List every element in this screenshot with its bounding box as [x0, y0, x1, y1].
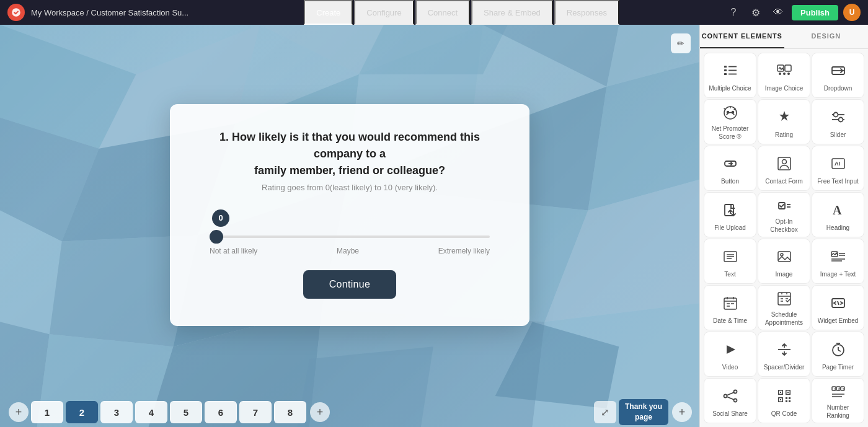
- dropdown-label: Dropdown: [824, 84, 852, 92]
- slider-value-display: 0: [212, 209, 229, 227]
- element-slider[interactable]: Slider: [812, 99, 864, 144]
- tab-connect[interactable]: Connect: [415, 0, 470, 25]
- svg-rect-106: [787, 392, 789, 393]
- element-file-upload[interactable]: File Upload: [704, 192, 756, 237]
- svg-point-42: [732, 112, 733, 113]
- multiple-choice-label: Multiple Choice: [709, 84, 751, 92]
- svg-rect-27: [724, 66, 727, 68]
- page-tab-7[interactable]: 7: [239, 401, 272, 423]
- tab-responses[interactable]: Responses: [554, 0, 619, 25]
- button-label-el: Button: [721, 177, 739, 185]
- page-tab-8[interactable]: 8: [274, 401, 306, 423]
- page-tab-6[interactable]: 6: [205, 401, 237, 423]
- spacer-icon: [773, 338, 795, 360]
- slider-icon: [827, 106, 849, 128]
- element-image-choice[interactable]: Image Choice: [758, 53, 810, 98]
- page-tab-4[interactable]: 4: [135, 401, 167, 423]
- page-tab-3[interactable]: 3: [100, 401, 133, 423]
- page-tab-2[interactable]: 2: [66, 401, 98, 423]
- element-button[interactable]: Button: [704, 146, 756, 191]
- panel-tab-design[interactable]: DESIGN: [784, 25, 869, 48]
- element-text[interactable]: Text: [704, 239, 756, 284]
- svg-line-99: [727, 392, 734, 395]
- page-tab-1[interactable]: 1: [31, 401, 63, 423]
- thank-you-page-tab[interactable]: Thank you page: [619, 399, 668, 425]
- image-choice-icon: [773, 59, 795, 81]
- tab-configure[interactable]: Configure: [354, 0, 414, 25]
- widget-embed-icon: [827, 292, 849, 314]
- video-label: Video: [722, 363, 738, 371]
- file-upload-icon: [719, 199, 742, 221]
- tab-share-embed[interactable]: Share & Embed: [471, 0, 553, 25]
- element-image[interactable]: Image: [758, 239, 810, 284]
- image-icon: [773, 245, 795, 267]
- nps-slider[interactable]: [210, 236, 490, 238]
- add-page-button[interactable]: +: [310, 402, 330, 422]
- app-logo: [7, 4, 25, 21]
- contact-form-icon: [773, 152, 795, 174]
- schedule-label: Schedule Appointments: [761, 310, 807, 327]
- add-page-left-button[interactable]: +: [9, 402, 29, 422]
- element-image-text[interactable]: Image + Text: [812, 239, 864, 284]
- svg-rect-72: [724, 298, 737, 309]
- svg-rect-34: [785, 65, 791, 71]
- element-social-share[interactable]: Social Share: [704, 378, 756, 423]
- avatar[interactable]: U: [843, 4, 861, 21]
- expand-icon[interactable]: ⤢: [594, 401, 616, 423]
- social-share-icon: [719, 385, 742, 407]
- panel-header: CONTENT ELEMENTS DESIGN: [700, 25, 868, 49]
- svg-point-36: [783, 73, 786, 75]
- svg-rect-109: [780, 399, 781, 400]
- element-page-timer[interactable]: Page Timer: [812, 332, 864, 377]
- element-number-ranking[interactable]: 1 2 3 Number Ranking: [812, 378, 864, 423]
- element-spacer[interactable]: Spacer/Divider: [758, 332, 810, 377]
- element-rating[interactable]: Rating: [758, 99, 810, 144]
- element-qr-code[interactable]: QR Code: [758, 378, 810, 423]
- continue-button[interactable]: Continue: [303, 270, 396, 299]
- element-multiple-choice[interactable]: Multiple Choice: [704, 53, 756, 98]
- preview-icon[interactable]: 👁: [769, 4, 787, 21]
- rating-label: Rating: [775, 131, 793, 139]
- element-schedule[interactable]: Schedule Appointments: [758, 285, 810, 330]
- element-nps[interactable]: Net Promoter Score ®: [704, 99, 756, 144]
- schedule-icon: [773, 290, 795, 307]
- element-heading[interactable]: A Heading: [812, 192, 864, 237]
- text-label: Text: [724, 270, 735, 278]
- slider-label-mid: Maybe: [337, 247, 359, 255]
- element-video[interactable]: Video: [704, 332, 756, 377]
- publish-button[interactable]: Publish: [792, 5, 838, 20]
- svg-point-51: [782, 159, 786, 164]
- page-tabs-bar: + 1 2 3 4 5 6 7 8 + ⤢ Thank you page +: [0, 397, 699, 427]
- element-date-time[interactable]: Date & Time: [704, 285, 756, 330]
- settings-icon[interactable]: ⚙: [747, 4, 764, 21]
- question-bold: family member, friend or colleague?: [254, 164, 445, 177]
- nps-label: Net Promoter Score ®: [707, 125, 753, 141]
- help-icon[interactable]: ?: [725, 4, 742, 21]
- svg-point-47: [838, 117, 843, 121]
- element-free-text[interactable]: AI Free Text Input: [812, 146, 864, 191]
- slider-label-right: Extremely likely: [438, 247, 490, 255]
- canvas-area: ✏ 1. How likely is it that you would rec…: [0, 25, 699, 427]
- svg-rect-113: [789, 400, 790, 402]
- svg-point-35: [779, 73, 781, 75]
- content-elements-grid: Multiple Choice Image Choice: [700, 49, 868, 427]
- edit-background-button[interactable]: ✏: [671, 33, 691, 53]
- svg-line-87: [838, 301, 839, 305]
- svg-point-45: [833, 112, 838, 117]
- survey-card: 1. How likely is it that you would recom…: [170, 104, 529, 326]
- page-tab-5[interactable]: 5: [170, 401, 202, 423]
- file-upload-label: File Upload: [714, 224, 746, 232]
- rating-icon: [773, 106, 795, 128]
- element-opt-in[interactable]: Opt-In Checkbox: [758, 192, 810, 237]
- element-contact-form[interactable]: Contact Form: [758, 146, 810, 191]
- panel-tab-content[interactable]: CONTENT ELEMENTS: [700, 25, 784, 48]
- dropdown-icon: [827, 59, 849, 81]
- element-dropdown[interactable]: Dropdown: [812, 53, 864, 98]
- opt-in-icon: [773, 197, 795, 214]
- svg-marker-88: [727, 345, 735, 354]
- element-widget-embed[interactable]: Widget Embed: [812, 285, 864, 330]
- tab-create[interactable]: Create: [304, 0, 353, 25]
- add-after-thank-you-button[interactable]: +: [672, 402, 692, 422]
- svg-rect-65: [778, 252, 790, 262]
- question-number: 1.: [219, 131, 229, 143]
